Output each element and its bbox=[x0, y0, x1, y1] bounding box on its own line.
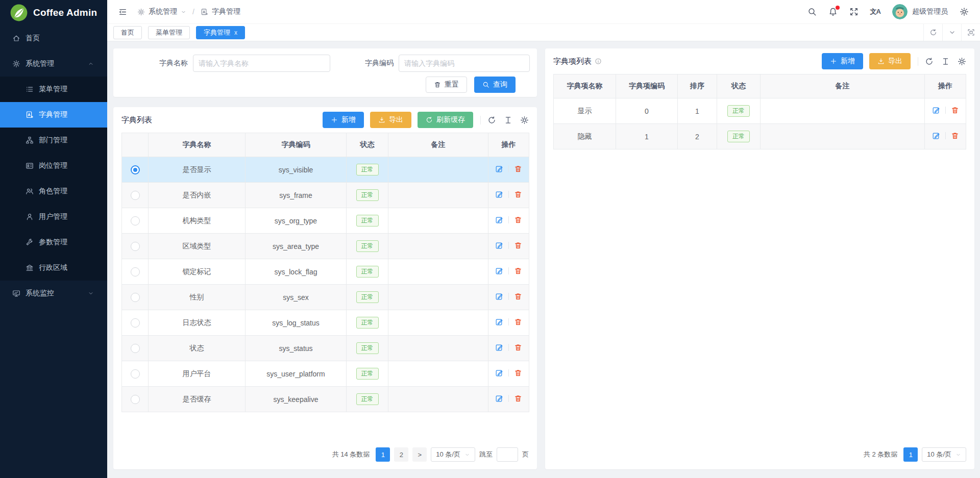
dict-row-sys_keepalive[interactable]: 是否缓存sys_keepalive正常 bbox=[122, 387, 529, 412]
row-radio[interactable] bbox=[131, 293, 140, 302]
delete-row-icon[interactable] bbox=[514, 369, 522, 377]
tab-字典管理[interactable]: 字典管理x bbox=[196, 26, 245, 39]
sidebar-item-参数管理[interactable]: 参数管理 bbox=[0, 230, 107, 255]
sidebar-item-系统管理[interactable]: 系统管理 bbox=[0, 51, 107, 77]
dict-row-sys_org_type[interactable]: 机构类型sys_org_type正常 bbox=[122, 208, 529, 234]
table-refresh-icon[interactable] bbox=[925, 57, 934, 66]
table-settings-icon[interactable] bbox=[520, 116, 529, 124]
dict-row-sys_sex[interactable]: 性别sys_sex正常 bbox=[122, 285, 529, 310]
refresh-cache-button[interactable]: 刷新缓存 bbox=[418, 112, 473, 128]
row-radio[interactable] bbox=[131, 242, 140, 251]
table-density-icon[interactable] bbox=[941, 57, 950, 66]
pagination-total: 共 14 条数据 bbox=[332, 450, 370, 459]
fullscreen-icon[interactable] bbox=[849, 7, 859, 16]
delete-row-icon[interactable] bbox=[514, 292, 522, 300]
dict-list-title: 字典列表 bbox=[121, 115, 152, 125]
settings-gear-icon[interactable] bbox=[960, 7, 969, 16]
notification-bell-icon[interactable] bbox=[828, 7, 838, 16]
delete-row-icon[interactable] bbox=[514, 394, 522, 402]
dict-row-sys_lock_flag[interactable]: 锁定标记sys_lock_flag正常 bbox=[122, 259, 529, 285]
delete-row-icon[interactable] bbox=[514, 216, 522, 224]
refresh-tab-icon[interactable] bbox=[923, 24, 942, 41]
delete-row-icon[interactable] bbox=[514, 165, 522, 173]
row-radio[interactable] bbox=[131, 216, 140, 225]
dict-row-sys_area_type[interactable]: 区域类型sys_area_type正常 bbox=[122, 234, 529, 259]
edit-row-icon[interactable] bbox=[495, 318, 503, 326]
tab-菜单管理[interactable]: 菜单管理 bbox=[148, 26, 190, 39]
page-size-select[interactable]: 10 条/页 bbox=[431, 447, 475, 462]
edit-row-icon[interactable] bbox=[495, 165, 503, 173]
table-settings-icon[interactable] bbox=[958, 57, 966, 66]
row-radio[interactable] bbox=[131, 191, 140, 200]
sidebar-item-岗位管理[interactable]: 岗位管理 bbox=[0, 153, 107, 179]
sidebar-item-行政区域[interactable]: 行政区域 bbox=[0, 255, 107, 281]
page-button-1[interactable]: 1 bbox=[903, 447, 918, 462]
search-icon[interactable] bbox=[807, 7, 817, 16]
delete-row-icon[interactable] bbox=[514, 267, 522, 275]
dict-add-button[interactable]: 新增 bbox=[323, 112, 364, 128]
edit-row-icon[interactable] bbox=[495, 369, 503, 377]
edit-row-icon[interactable] bbox=[495, 190, 503, 198]
next-page-button[interactable]: > bbox=[412, 447, 427, 462]
page-button-2[interactable]: 2 bbox=[394, 447, 408, 462]
edit-row-icon[interactable] bbox=[495, 343, 503, 351]
page-size-select[interactable]: 10 条/页 bbox=[922, 447, 966, 462]
row-radio[interactable] bbox=[131, 267, 140, 276]
sidebar-item-部门管理[interactable]: 部门管理 bbox=[0, 128, 107, 153]
column-header: 状态 bbox=[347, 133, 388, 157]
dict-row-sys_visible[interactable]: 是否显示sys_visible正常 bbox=[122, 157, 529, 183]
edit-row-icon[interactable] bbox=[932, 132, 940, 140]
sidebar-item-系统监控[interactable]: 系统监控 bbox=[0, 281, 107, 306]
sidebar-item-用户管理[interactable]: 用户管理 bbox=[0, 204, 107, 230]
maximize-view-icon[interactable] bbox=[961, 24, 980, 41]
row-radio[interactable] bbox=[131, 165, 140, 174]
delete-row-icon[interactable] bbox=[514, 318, 522, 326]
column-header: 字典编码 bbox=[246, 133, 347, 157]
edit-row-icon[interactable] bbox=[495, 292, 503, 300]
edit-row-icon[interactable] bbox=[495, 267, 503, 275]
delete-row-icon[interactable] bbox=[514, 190, 522, 198]
app-logo[interactable]: Coffee Admin bbox=[0, 0, 107, 26]
sidebar-item-字典管理[interactable]: 字典管理 bbox=[0, 102, 107, 128]
delete-row-icon[interactable] bbox=[514, 241, 522, 249]
item-row-显示[interactable]: 显示01正常 bbox=[554, 98, 966, 124]
edit-row-icon[interactable] bbox=[495, 216, 503, 224]
sidebar-item-菜单管理[interactable]: 菜单管理 bbox=[0, 77, 107, 102]
sidebar-item-角色管理[interactable]: 角色管理 bbox=[0, 179, 107, 204]
dict-row-sys_status[interactable]: 状态sys_status正常 bbox=[122, 336, 529, 361]
tab-menu-chevron-icon[interactable] bbox=[942, 24, 961, 41]
dict-name-input[interactable] bbox=[193, 55, 330, 72]
edit-row-icon[interactable] bbox=[495, 394, 503, 402]
user-menu[interactable]: 超级管理员 bbox=[892, 4, 948, 19]
dict-export-button[interactable]: 导出 bbox=[370, 112, 411, 128]
delete-row-icon[interactable] bbox=[951, 132, 959, 140]
row-radio[interactable] bbox=[131, 395, 140, 404]
row-radio[interactable] bbox=[131, 369, 140, 379]
close-tab-icon[interactable]: x bbox=[234, 29, 237, 36]
page-button-1[interactable]: 1 bbox=[376, 447, 390, 462]
delete-row-icon[interactable] bbox=[514, 343, 522, 351]
row-radio[interactable] bbox=[131, 318, 140, 328]
reset-button[interactable]: 重置 bbox=[426, 77, 467, 93]
sidebar-item-首页[interactable]: 首页 bbox=[0, 26, 107, 51]
table-density-icon[interactable] bbox=[504, 116, 512, 124]
item-add-button[interactable]: 新增 bbox=[822, 53, 863, 69]
delete-row-icon[interactable] bbox=[951, 106, 959, 114]
edit-row-icon[interactable] bbox=[932, 106, 940, 114]
item-row-隐藏[interactable]: 隐藏12正常 bbox=[554, 124, 966, 149]
collapse-sidebar-icon[interactable] bbox=[118, 8, 127, 16]
tab-首页[interactable]: 首页 bbox=[113, 26, 142, 39]
table-refresh-icon[interactable] bbox=[487, 116, 496, 124]
jump-page-input[interactable] bbox=[497, 447, 518, 462]
dict-row-sys_frame[interactable]: 是否内嵌sys_frame正常 bbox=[122, 183, 529, 208]
item-export-button[interactable]: 导出 bbox=[869, 53, 911, 69]
query-button[interactable]: 查询 bbox=[474, 77, 516, 93]
dict-code-input[interactable] bbox=[399, 55, 530, 72]
dict-row-sys_user_platform[interactable]: 用户平台sys_user_platform正常 bbox=[122, 361, 529, 387]
edit-row-icon[interactable] bbox=[495, 241, 503, 249]
row-radio[interactable] bbox=[131, 344, 140, 353]
breadcrumb-系统管理[interactable]: 系统管理 bbox=[137, 7, 186, 16]
translate-icon[interactable]: 文A bbox=[870, 7, 880, 16]
column-header: 操作 bbox=[925, 74, 966, 98]
dict-row-sys_log_status[interactable]: 日志状态sys_log_status正常 bbox=[122, 310, 529, 336]
